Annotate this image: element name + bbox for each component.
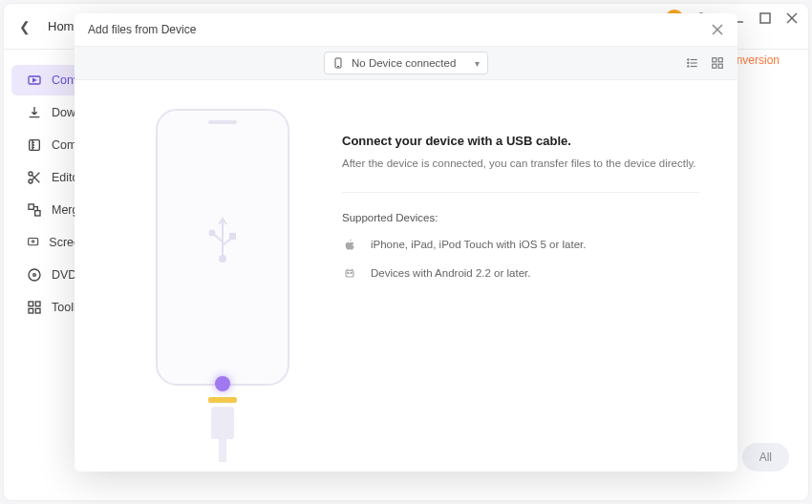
svg-point-17: [32, 241, 34, 242]
svg-point-11: [29, 179, 32, 183]
modal-header: Add files from Device: [75, 13, 737, 46]
svg-point-33: [688, 66, 689, 67]
cable-plug: [211, 407, 234, 439]
svg-rect-35: [718, 58, 722, 62]
svg-point-44: [351, 272, 352, 273]
phone-illustration-column: [132, 109, 313, 462]
view-toggle-group: [686, 56, 724, 70]
supported-title: Supported Devices:: [342, 212, 699, 223]
supported-android-text: Devices with Android 2.2 or later.: [371, 267, 530, 279]
convert-all-button[interactable]: All: [742, 443, 789, 472]
svg-rect-34: [713, 58, 716, 62]
add-files-modal: Add files from Device No Device connecte…: [75, 13, 737, 472]
download-icon: [27, 105, 42, 120]
grid-view-icon[interactable]: [711, 56, 724, 70]
convert-all-label: All: [759, 451, 772, 464]
modal-body: Connect your device with a USB cable. Af…: [75, 80, 737, 472]
phone-port: [208, 397, 237, 403]
connect-title: Connect your device with a USB cable.: [342, 134, 699, 148]
supported-ios-text: iPhone, iPad, iPod Touch with iOS 5 or l…: [371, 239, 586, 250]
close-window-button[interactable]: [785, 11, 799, 25]
divider: [342, 192, 699, 193]
back-button[interactable]: ❮: [19, 19, 38, 34]
grid-icon: [27, 300, 42, 315]
apple-icon: [342, 237, 357, 252]
svg-rect-41: [230, 234, 235, 239]
svg-point-10: [29, 172, 32, 176]
screen-icon: [27, 235, 39, 250]
usb-icon: [205, 213, 240, 270]
list-view-icon[interactable]: [686, 56, 699, 70]
window-controls: [732, 11, 799, 25]
compress-icon: [27, 137, 42, 153]
svg-rect-5: [760, 13, 770, 23]
svg-rect-16: [29, 239, 38, 245]
chevron-down-icon: ▾: [475, 58, 480, 69]
conversion-badge: nversion: [737, 53, 780, 67]
svg-point-43: [348, 272, 349, 273]
phone-icon: [332, 56, 344, 70]
supported-row-ios: iPhone, iPad, iPod Touch with iOS 5 or l…: [342, 237, 699, 252]
converter-icon: [27, 73, 42, 88]
close-icon[interactable]: [711, 23, 724, 36]
connect-subtitle: After the device is connected, you can t…: [342, 158, 699, 169]
phone-illustration: [156, 109, 289, 386]
svg-point-39: [220, 256, 225, 262]
svg-rect-23: [35, 308, 40, 313]
svg-point-32: [688, 62, 689, 63]
scissors-icon: [27, 170, 42, 185]
svg-rect-21: [35, 302, 40, 306]
svg-rect-20: [29, 302, 33, 306]
svg-rect-22: [29, 308, 33, 313]
supported-row-android: Devices with Android 2.2 or later.: [342, 265, 699, 281]
svg-point-18: [29, 269, 40, 281]
modal-toolbar: No Device connected ▾: [75, 46, 737, 80]
svg-rect-36: [713, 64, 716, 68]
device-selector[interactable]: No Device connected ▾: [324, 52, 488, 74]
maximize-button[interactable]: [759, 11, 772, 25]
svg-rect-15: [35, 211, 40, 216]
svg-rect-14: [29, 204, 33, 209]
merge-icon: [27, 202, 42, 218]
svg-rect-37: [718, 64, 722, 68]
info-column: Connect your device with a USB cable. Af…: [313, 109, 699, 462]
svg-point-31: [688, 59, 689, 60]
disc-icon: [27, 267, 42, 283]
connection-indicator-dot: [215, 376, 230, 391]
device-selector-label: No Device connected: [352, 57, 456, 69]
modal-title: Add files from Device: [88, 23, 196, 36]
android-icon: [342, 265, 357, 281]
svg-rect-42: [346, 270, 353, 277]
svg-point-40: [210, 231, 215, 236]
svg-point-19: [33, 274, 36, 277]
